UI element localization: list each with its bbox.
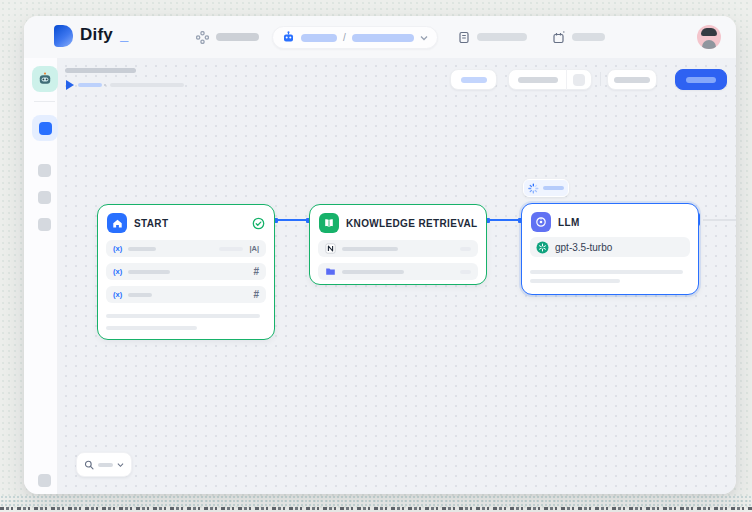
app-header: Dify _ / <box>24 16 736 58</box>
dify-logo-icon <box>54 25 73 47</box>
run-info-placeholder <box>110 83 184 87</box>
node-start-header: START <box>107 213 265 233</box>
sidebar-item-workflow-active[interactable] <box>32 115 58 141</box>
run-play-icon[interactable] <box>66 80 74 90</box>
zoom-level-placeholder <box>98 463 113 467</box>
avatar-body <box>702 40 716 49</box>
node-start[interactable]: START (x) |A| (x) # <box>97 204 275 340</box>
number-type-icon: # <box>253 266 259 277</box>
node-llm-header: LLM <box>531 212 689 232</box>
node-title: KNOWLEDGE RETRIEVAL <box>346 218 477 229</box>
toolbar-segment-extra[interactable] <box>567 74 591 86</box>
move-nodes-icon <box>196 31 209 44</box>
toolbar-button-2[interactable] <box>607 69 657 90</box>
header-changelog-item[interactable] <box>552 16 605 58</box>
app-name-placeholder <box>352 34 414 42</box>
changelog-label-placeholder <box>572 33 605 41</box>
user-avatar[interactable] <box>697 25 721 49</box>
variable-name-placeholder <box>128 270 170 274</box>
notion-icon <box>325 243 336 254</box>
sidebar-app-icon[interactable] <box>32 66 58 92</box>
openai-icon <box>536 241 549 254</box>
number-type-icon: # <box>253 289 259 300</box>
chevron-down-icon <box>117 462 124 468</box>
app-switcher[interactable]: / <box>272 26 438 49</box>
docs-label-placeholder <box>477 33 527 41</box>
toolbar-button-1[interactable] <box>450 69 497 90</box>
home-icon <box>107 213 127 233</box>
run-separator-dot <box>104 84 106 86</box>
variable-row: (x) |A| <box>106 240 266 257</box>
edge-knowledge-to-llm <box>487 219 521 221</box>
folder-icon <box>325 266 336 277</box>
variable-name-placeholder <box>128 247 156 251</box>
app-robot-icon <box>37 71 53 87</box>
variable-row: (x) # <box>106 286 266 303</box>
node-desc-placeholder <box>530 270 683 274</box>
bottom-microtext-artifact <box>0 507 752 510</box>
variable-name-placeholder <box>128 293 152 297</box>
node-knowledge-header: KNOWLEDGE RETRIEVAL <box>319 213 477 233</box>
sidebar-item-3[interactable] <box>38 191 51 204</box>
dify-logo: Dify _ <box>54 25 128 47</box>
publish-label-placeholder <box>686 77 716 83</box>
sidebar-divider <box>34 101 55 102</box>
sidebar-item-2[interactable] <box>38 164 51 177</box>
model-name: gpt-3.5-turbo <box>555 242 612 253</box>
node-knowledge-retrieval[interactable]: KNOWLEDGE RETRIEVAL <box>309 204 487 285</box>
robot-icon <box>282 31 295 44</box>
node-llm[interactable]: LLM gpt-3.5-turbo <box>521 203 699 295</box>
button-label-placeholder <box>614 77 650 83</box>
toolbar-segment-main[interactable] <box>509 77 566 83</box>
dify-app-window: Dify _ / <box>24 16 736 494</box>
left-sidebar <box>24 58 58 494</box>
dataset-name-placeholder <box>342 270 404 274</box>
success-check-icon <box>252 217 265 230</box>
workflow-tab-icon <box>39 122 52 135</box>
bottom-noise-artifact <box>0 495 752 507</box>
sidebar-item-settings[interactable] <box>38 474 51 487</box>
segment-icon-placeholder <box>573 74 585 86</box>
node-title: LLM <box>558 217 689 228</box>
workspace-name-placeholder <box>301 34 337 42</box>
avatar-hat <box>701 28 717 36</box>
desktop-background: Dify _ / <box>0 0 752 512</box>
workflow-canvas[interactable]: START (x) |A| (x) # <box>58 58 736 494</box>
button-label-placeholder <box>461 77 487 83</box>
node-desc-placeholder <box>106 326 197 330</box>
segment-label-placeholder <box>518 77 558 83</box>
dataset-meta-placeholder <box>460 270 471 274</box>
run-status-placeholder <box>78 83 102 87</box>
dataset-meta-placeholder <box>460 247 471 251</box>
toolbar-divider <box>600 72 601 86</box>
edge-llm-outgoing <box>703 219 736 221</box>
running-label-placeholder <box>543 186 564 190</box>
model-selector-row[interactable]: gpt-3.5-turbo <box>530 237 690 257</box>
node-title: START <box>134 218 245 229</box>
header-nav-item[interactable] <box>196 16 259 58</box>
dify-logo-caret: _ <box>120 26 128 43</box>
toolbar-button-group[interactable] <box>508 69 592 90</box>
variable-icon: (x) <box>113 267 122 276</box>
knowledge-source-row <box>318 263 478 280</box>
node-desc-placeholder <box>530 279 620 283</box>
publish-button[interactable] <box>675 69 727 90</box>
book-icon <box>319 213 339 233</box>
dataset-name-placeholder <box>342 247 398 251</box>
spinner-icon <box>528 183 539 194</box>
chevron-down-icon <box>420 35 428 41</box>
magnifier-icon <box>84 459 94 471</box>
edge-start-to-knowledge <box>275 219 309 221</box>
zoom-control[interactable] <box>76 452 132 477</box>
variable-value-placeholder <box>219 247 243 251</box>
sidebar-item-4[interactable] <box>38 218 51 231</box>
model-icon <box>531 212 551 232</box>
string-type-icon: |A| <box>249 244 259 253</box>
breadcrumb-separator: / <box>343 32 346 43</box>
node-running-indicator <box>523 179 569 197</box>
node-desc-placeholder <box>106 314 260 318</box>
calendar-icon <box>552 31 565 44</box>
workflow-title-placeholder <box>65 68 136 73</box>
document-icon <box>458 31 470 44</box>
header-docs-item[interactable] <box>458 16 527 58</box>
